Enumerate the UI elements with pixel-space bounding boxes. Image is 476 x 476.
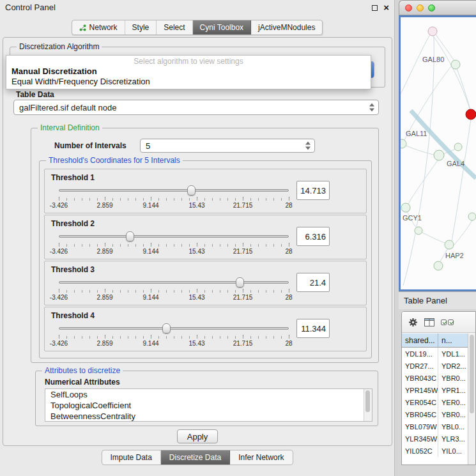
cell[interactable]: YBR0... [438,408,468,420]
node-label-hap2: HAP2 [445,252,464,259]
threshold-3-value-field[interactable]: 21.4 [296,273,330,292]
apply-button[interactable]: Apply [177,429,218,443]
table-row[interactable]: YER054CYER0... [402,396,468,408]
cell[interactable]: YLR345W [402,433,438,445]
table-row[interactable]: YPR145WYPR1... [402,384,468,396]
attributes-to-discretize-group: Attributes to discretize Numerical Attri… [35,371,378,426]
slider-thumb[interactable] [187,185,196,196]
table-row[interactable]: YBL079WYBL0... [402,420,468,433]
cell[interactable]: YBR045C [402,408,438,420]
table-columns-icon[interactable] [424,318,434,326]
cell[interactable]: YIL052C [402,445,438,457]
table-toolbar [402,312,475,333]
table-vertical-scrollbar[interactable] [468,334,475,464]
network-node[interactable] [445,240,454,249]
table-row[interactable]: YLR345WYLR3... [402,433,468,445]
number-of-intervals-combobox[interactable]: 5 [140,139,315,153]
table-panel-titlebar: Table Panel [399,291,476,309]
slider-thumb[interactable] [162,323,171,334]
network-node[interactable] [454,143,462,151]
cell[interactable]: YER054C [402,396,438,408]
tab-select[interactable]: Select [157,20,192,35]
tab-network[interactable]: Network [72,20,125,35]
scrollbar-thumb[interactable] [470,335,474,413]
cell[interactable]: YDL19... [402,348,438,360]
table-data-combobox[interactable]: galFiltered.sif default node [13,100,379,115]
threshold-4-value-field[interactable]: 11.344 [296,319,330,338]
cell[interactable]: YDR2... [438,360,468,372]
tab-cyni-toolbox[interactable]: Cyni Toolbox [193,20,251,35]
network-view-window: GAL80 GAL11 GAL4 GCY1 HAP2 [399,0,476,291]
network-node[interactable] [434,150,444,160]
network-node[interactable] [468,213,476,220]
table-row[interactable]: YBR043CYBR0... [402,372,468,384]
dropdown-option-manual-discretization[interactable]: Manual Discretization [6,66,371,77]
table-row[interactable]: YDR27...YDR2... [402,360,468,372]
minimize-traffic-light[interactable] [417,4,424,12]
slider-track[interactable] [59,327,289,330]
thresholds-group-title: Threshold's Coordinates for 5 Intervals [46,156,183,165]
cell[interactable]: YBL079W [402,420,438,433]
slider-axis-labels: -3.426 2.859 9.144 15.43 21.715 28 [59,248,289,256]
table-row[interactable]: YIL052CYIL0... [402,445,468,457]
slider-track[interactable] [59,235,289,238]
column-header-shared-name[interactable]: shared... [402,334,438,347]
network-view-focus-frame: GAL80 GAL11 GAL4 GCY1 HAP2 [399,15,476,291]
table-row[interactable]: YBR045CYBR0... [402,408,468,420]
gear-icon[interactable] [408,318,418,327]
tab-style[interactable]: Style [125,20,157,35]
threshold-1-value-field[interactable]: 14.713 [296,181,330,200]
discretization-algorithm-group-title: Discretization Algorithm [17,42,102,51]
dropdown-option-equal-width-frequency[interactable]: Equal Width/Frequency Discretization [6,77,371,87]
threshold-2-label: Threshold 2 [51,219,95,228]
cell[interactable]: YPR145W [402,384,438,396]
network-node[interactable] [434,261,443,270]
zoom-traffic-light[interactable] [428,4,435,12]
cell[interactable]: YBR043C [402,372,438,384]
close-traffic-light[interactable] [405,4,412,12]
slider-thumb[interactable] [126,231,134,242]
slider-track[interactable] [59,189,289,192]
list-item[interactable]: BetweennessCentrality [45,411,372,422]
close-icon[interactable]: × [383,3,389,13]
threshold-4-slider[interactable] [59,324,289,333]
tab-jactivemnodules[interactable]: jActiveMNodules [251,20,322,35]
column-header-name[interactable]: n... [438,334,468,347]
cell[interactable]: YBR0... [438,372,468,384]
network-node[interactable] [401,139,406,148]
tab-discretize-data[interactable]: Discretize Data [161,450,230,464]
cell[interactable]: YLR3... [438,433,468,445]
cell[interactable]: YDL1... [438,348,468,360]
up-down-arrows-icon [305,142,311,150]
threshold-2-slider[interactable] [59,232,289,241]
network-node[interactable] [415,227,422,234]
selected-red-node[interactable] [466,109,476,119]
network-canvas[interactable]: GAL80 GAL11 GAL4 GCY1 HAP2 [401,17,476,289]
cell[interactable]: YPR1... [438,384,468,396]
scrollbar-thumb[interactable] [365,390,370,412]
axis-label: -3.426 [50,202,68,209]
table-row[interactable]: YDL19...YDL1... [402,348,468,360]
slider-thumb[interactable] [236,277,244,288]
cell[interactable]: YDR27... [402,360,438,372]
network-node[interactable] [451,60,460,69]
list-item[interactable]: TopologicalCoefficient [45,400,372,411]
threshold-2-value-field[interactable]: 6.316 [296,227,330,246]
tab-infer-network[interactable]: Infer Network [230,450,292,464]
cell[interactable]: YIL0... [438,445,468,457]
attributes-list-scrollbar[interactable] [364,389,372,421]
list-item[interactable]: SelfLoops [45,389,372,400]
cell[interactable]: YER0... [438,396,468,408]
slider-track[interactable] [59,281,289,284]
threshold-1-slider[interactable] [59,186,289,195]
network-node[interactable] [428,27,437,36]
network-window-titlebar[interactable] [399,0,476,15]
network-node[interactable] [401,203,410,212]
tab-impute-data[interactable]: Impute Data [102,450,160,464]
threshold-3-slider[interactable] [59,278,289,287]
axis-label: -3.426 [50,294,68,301]
cell[interactable]: YBL0... [438,420,468,433]
select-columns-icon[interactable] [441,319,454,325]
slider-axis-labels: -3.426 2.859 9.144 15.43 21.715 28 [59,340,289,348]
float-window-icon[interactable] [372,5,378,11]
